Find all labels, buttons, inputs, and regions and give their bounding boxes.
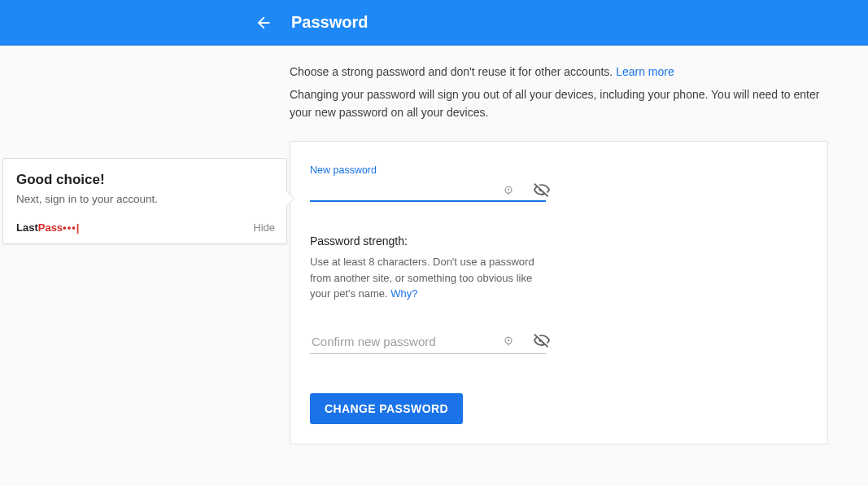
intro-text-1-body: Choose a strong password and don't reuse…: [290, 65, 616, 78]
lastpass-logo: LastPass•••|: [16, 221, 79, 234]
hide-link[interactable]: Hide: [253, 221, 275, 234]
password-card: New password Password strength: Use at l…: [290, 141, 828, 444]
logo-pass: Pass: [38, 221, 63, 234]
tooltip-subtitle: Next, sign in to your account.: [16, 193, 275, 205]
learn-more-link[interactable]: Learn more: [616, 65, 674, 78]
lastpass-tooltip: Good choice! Next, sign in to your accou…: [2, 158, 287, 244]
tooltip-title: Good choice!: [16, 172, 275, 188]
visibility-off-icon[interactable]: [533, 331, 551, 349]
new-password-field-block: New password: [310, 164, 554, 202]
strength-label: Password strength:: [310, 234, 808, 247]
visibility-off-icon[interactable]: [533, 181, 551, 199]
lastpass-field-icon[interactable]: [502, 335, 515, 348]
logo-bar: |: [76, 221, 80, 234]
new-password-label: New password: [310, 164, 554, 176]
change-password-button[interactable]: CHANGE PASSWORD: [310, 393, 463, 424]
strength-hint: Use at least 8 characters. Don't use a p…: [310, 254, 554, 302]
tooltip-footer: LastPass•••| Hide: [16, 221, 275, 234]
page-title: Password: [291, 13, 368, 32]
strength-section: Password strength: Use at least 8 charac…: [310, 234, 808, 302]
logo-dots: •••: [63, 221, 76, 234]
why-link[interactable]: Why?: [390, 287, 417, 300]
intro-text-1: Choose a strong password and don't reuse…: [290, 65, 830, 78]
back-arrow-icon[interactable]: [254, 13, 273, 33]
strength-hint-text: Use at least 8 characters. Don't use a p…: [310, 256, 534, 300]
lastpass-field-icon[interactable]: [502, 184, 515, 197]
app-header: Password: [0, 0, 868, 46]
logo-last: Last: [16, 221, 38, 234]
main-content: Choose a strong password and don't reuse…: [0, 46, 830, 444]
confirm-password-field-block: [310, 331, 554, 354]
intro-text-2: Changing your password will sign you out…: [290, 86, 827, 121]
